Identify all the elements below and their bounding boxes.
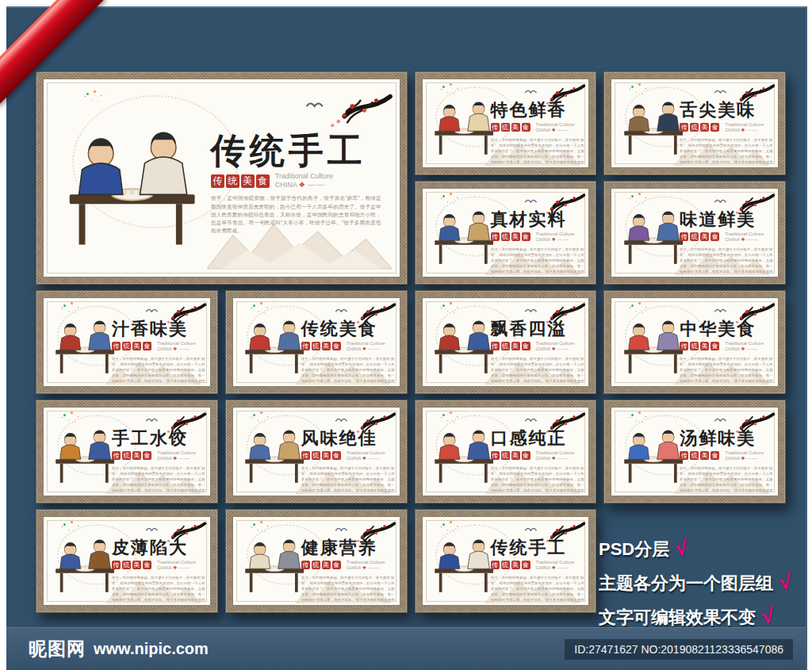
seal-stamp: 统 — [501, 451, 510, 460]
seal-stamp: 传 — [491, 451, 500, 460]
poster-canvas: 飘香四溢 传统美食 Traditional Culture CHINA ❖ —·… — [422, 297, 590, 387]
seal-stamp: 美 — [700, 342, 709, 350]
seal-stamp: 美 — [241, 174, 255, 188]
seal-stamp: 食 — [332, 451, 341, 460]
panel-title: 味道鲜美 — [680, 210, 772, 228]
crane-bird-icon — [147, 529, 158, 531]
panel-description: 饺子，是中国传统食物，饺子源于古代的角子，饺子原名“娇耳”，相传是我国医圣张仲景… — [491, 576, 584, 603]
seal-stamp-row: 传统美食 Traditional Culture CHINA ❖ —·— — [491, 341, 584, 352]
seal-stamp: 美 — [132, 451, 141, 460]
seal-stamp-row: 传统美食 Traditional Culture CHINA ❖ —·— — [680, 232, 772, 243]
seal-stamp-row: 传统美食 Traditional Culture CHINA ❖ —·— — [491, 232, 584, 243]
panel-description: 饺子，是中国传统食物，饺子源于古代的角子，饺子原名“娇耳”，相传是我国医圣张仲景… — [301, 466, 395, 494]
panel-title: 飘香四溢 — [491, 320, 584, 338]
seal-stamp: 美 — [511, 451, 520, 460]
seal-stamp-row: 传统美食 Traditional Culture CHINA ❖ —·— — [112, 560, 205, 571]
panel-title: 特色鲜香 — [491, 101, 584, 119]
subtitle: Traditional Culture CHINA ❖ —·— — [347, 560, 385, 571]
panel-description: 饺子，是中国传统食物，饺子源于古代的角子，饺子原名“娇耳”，相传是我国医圣张仲景… — [301, 357, 395, 385]
seal-stamp: 传 — [680, 342, 688, 350]
crane-bird-icon — [714, 419, 726, 422]
seal-stamp-row: 传统美食 Traditional Culture CHINA ❖ —·— — [112, 450, 205, 461]
diamond-ornament: ❖ — [552, 237, 556, 242]
panel-text-block: 传统美食 传统美食 Traditional Culture CHINA ❖ —·… — [301, 320, 394, 387]
panel-title: 传统手工 — [211, 132, 381, 169]
seal-stamp: 美 — [511, 123, 520, 132]
crane-bird-icon — [336, 310, 347, 312]
note-line: PSD分层√ — [599, 531, 806, 565]
poster-panel: 舌尖美味 传统美食 Traditional Culture CHINA ❖ —·… — [603, 71, 786, 175]
seal-stamp: 传 — [491, 123, 500, 132]
diamond-ornament: ❖ — [299, 181, 305, 189]
site-logo: 昵图网 — [29, 637, 86, 661]
poster-panel: 中华美食 传统美食 Traditional Culture CHINA ❖ —·… — [603, 290, 786, 394]
poster-canvas: 汁香味美 传统美食 Traditional Culture CHINA ❖ —·… — [43, 297, 211, 387]
subtitle: Traditional Culture CHINA ❖ —·— — [725, 122, 764, 133]
subtitle: Traditional Culture CHINA ❖ —·— — [536, 122, 575, 133]
diamond-ornament: ❖ — [552, 565, 556, 570]
crane-bird-icon — [714, 201, 726, 203]
crane-bird-icon — [525, 91, 536, 94]
watermark-bar: 昵图网 www.nipic.com ID:27471627 NO:2019082… — [6, 627, 806, 670]
illustration — [54, 97, 210, 270]
seal-stamp: 传 — [112, 561, 121, 569]
seal-stamp: 美 — [322, 451, 331, 460]
subtitle: Traditional Culture CHINA ❖ —·— — [157, 450, 196, 461]
panel-text-block: 风味绝佳 传统美食 Traditional Culture CHINA ❖ —·… — [301, 429, 394, 496]
seal-stamp: 传 — [301, 342, 310, 350]
panel-text-block: 味道鲜美 传统美食 Traditional Culture CHINA ❖ —·… — [680, 210, 772, 278]
poster-wall-background: 传统手工 传统美食 Traditional Culture CHINA ❖ —·… — [6, 6, 807, 670]
subtitle: Traditional Culture CHINA ❖ —·— — [347, 450, 385, 461]
panel-description: 饺子，是中国传统食物，饺子源于古代的角子，饺子原名“娇耳”，相传是我国医圣张仲景… — [112, 576, 205, 603]
poster-panel: 汤鲜味美 传统美食 Traditional Culture CHINA ❖ —·… — [603, 400, 786, 503]
subtitle: Traditional Culture CHINA ❖ —·— — [157, 341, 196, 352]
poster-panel: 味道鲜美 传统美食 Traditional Culture CHINA ❖ —·… — [603, 181, 786, 285]
seal-stamp-row: 传统美食 Traditional Culture CHINA ❖ —·— — [211, 172, 381, 190]
seal-stamp-row: 传统美食 Traditional Culture CHINA ❖ —·— — [680, 341, 772, 352]
panel-description: 饺子，是中国传统食物，饺子源于古代的角子，饺子原名“娇耳”，相传是我国医圣张仲景… — [680, 466, 773, 494]
seal-stamp: 食 — [710, 123, 719, 132]
subtitle: Traditional Culture CHINA ❖ —·— — [536, 560, 575, 571]
seal-stamp-row: 传统美食 Traditional Culture CHINA ❖ —·— — [680, 122, 772, 133]
panel-description: 饺子，是中国传统食物，饺子源于古代的角子，饺子原名“娇耳”，相传是我国医圣张仲景… — [491, 138, 584, 166]
diamond-ornament: ❖ — [741, 346, 745, 351]
seal-stamp: 美 — [511, 561, 520, 569]
seal-stamp: 统 — [312, 451, 320, 460]
panel-title: 汤鲜味美 — [680, 429, 772, 447]
seal-stamp: 传 — [680, 123, 688, 132]
panel-description: 饺子，是中国传统食物，饺子源于古代的角子，饺子原名“娇耳”，相传是我国医圣张仲景… — [491, 247, 584, 275]
poster-canvas: 口感纯正 传统美食 Traditional Culture CHINA ❖ —·… — [422, 407, 590, 496]
poster-canvas: 皮薄陷大 传统美食 Traditional Culture CHINA ❖ —·… — [43, 516, 211, 606]
poster-panel: 特色鲜香 传统美食 Traditional Culture CHINA ❖ —·… — [415, 71, 597, 175]
diamond-ornament: ❖ — [173, 346, 177, 351]
seal-stamp: 食 — [522, 123, 530, 132]
panel-description: 饺子，是中国传统食物，饺子源于古代的角子，饺子原名“娇耳”，相传是我国医圣张仲景… — [112, 357, 205, 385]
seal-stamp: 美 — [322, 342, 331, 350]
poster-canvas: 中华美食 传统美食 Traditional Culture CHINA ❖ —·… — [611, 297, 779, 387]
poster-panel: 健康营养 传统美食 Traditional Culture CHINA ❖ —·… — [225, 509, 408, 613]
panel-text-block: 飘香四溢 传统美食 Traditional Culture CHINA ❖ —·… — [491, 320, 584, 387]
panel-text-block: 中华美食 传统美食 Traditional Culture CHINA ❖ —·… — [680, 320, 772, 387]
crane-bird-icon — [336, 529, 347, 531]
panel-title: 口感纯正 — [491, 429, 584, 447]
crane-bird-icon — [147, 419, 158, 422]
panel-title: 汁香味美 — [112, 320, 205, 338]
panel-text-block: 皮薄陷大 传统美食 Traditional Culture CHINA ❖ —·… — [112, 538, 205, 606]
check-mark: √ — [674, 530, 689, 566]
seal-stamp: 食 — [710, 232, 719, 241]
diamond-ornament: ❖ — [741, 237, 745, 242]
panel-description: 饺子，是中国传统食物，饺子源于古代的角子，饺子原名“娇耳”，相传是我国医圣张仲景… — [680, 247, 773, 275]
seal-stamp: 美 — [511, 232, 520, 241]
seal-stamp: 统 — [312, 561, 320, 569]
seal-stamp: 统 — [690, 342, 699, 350]
seal-stamp: 传 — [112, 451, 121, 460]
crane-bird-icon — [714, 310, 726, 312]
seal-stamp: 统 — [501, 342, 510, 350]
panel-text-block: 汤鲜味美 传统美食 Traditional Culture CHINA ❖ —·… — [680, 429, 772, 496]
seal-stamp-row: 传统美食 Traditional Culture CHINA ❖ —·— — [680, 450, 772, 461]
panel-title: 传统美食 — [301, 320, 394, 338]
check-mark: √ — [778, 565, 793, 601]
poster-canvas: 传统手工 传统美食 Traditional Culture CHINA ❖ —·… — [43, 78, 400, 278]
seal-stamp: 食 — [522, 232, 530, 241]
poster-canvas: 健康营养 传统美食 Traditional Culture CHINA ❖ —·… — [232, 516, 400, 606]
